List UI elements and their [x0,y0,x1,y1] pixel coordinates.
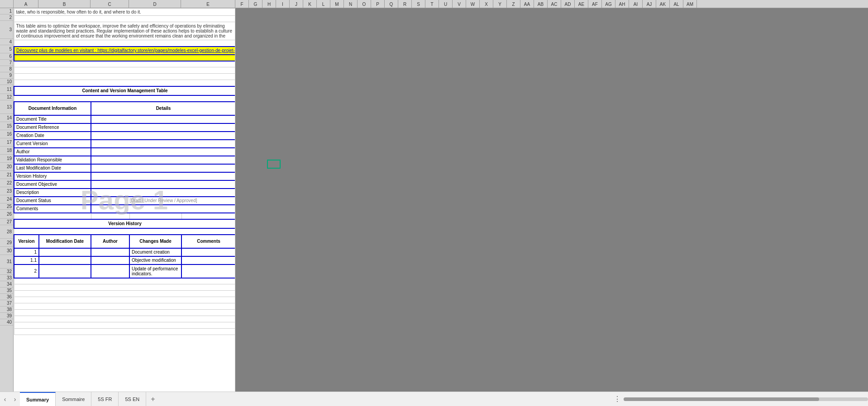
promo-link[interactable]: Découvrez plus de modèles en visitant : … [16,48,235,53]
row-num-40: 40 [0,319,13,326]
col-header-aj: AJ [643,0,656,8]
row-num-3: 3 [0,21,13,39]
row-num-8: 8 [0,66,13,72]
vt-row2-author[interactable] [91,264,129,278]
doc-row-value-10[interactable]: [Draft / Under Review / Approved] [91,197,235,205]
tab-nav-prev[interactable]: ‹ [0,394,10,404]
row-num-20: 20 [0,163,13,171]
tab-options-button[interactable]: ⋮ [611,395,624,403]
doc-row-value-5[interactable] [91,156,235,164]
content-version-title: Content and Version Management Table [14,86,235,95]
row-num-11: 11 [0,85,13,94]
row-num-10: 10 [0,79,13,85]
row-num-4: 4 [0,39,13,45]
tab-sommaire[interactable]: Sommaire [56,392,91,406]
vt-header-version: Version [14,235,39,248]
row-num-25: 25 [0,203,13,210]
tab-scrollbar[interactable] [624,396,868,402]
col-header-ai: AI [629,0,643,8]
vt-row1-author[interactable] [91,256,129,264]
vt-header-author: Author [91,235,129,248]
vt-row0-version[interactable]: 1 [14,248,39,256]
doc-info-header: Document Information [14,102,91,115]
tab-bar: ‹ › Summary Sommaire 5S FR 5S EN + ⋮ [0,392,868,406]
doc-row-value-9[interactable] [91,189,235,197]
vt-row2-version[interactable]: 2 [14,264,39,278]
row-num-19: 19 [0,155,13,163]
row-num-26: 26 [0,210,13,219]
vt-row0-author[interactable] [91,248,129,256]
row-num-17: 17 [0,138,13,146]
row-num-14: 14 [0,114,13,122]
row-num-27: 27 [0,219,13,225]
col-header-ag: AG [602,0,615,8]
doc-row-value-4[interactable] [91,148,235,156]
tab-summary[interactable]: Summary [20,392,56,406]
col-header-ah: AH [615,0,629,8]
link-row[interactable]: Découvrez plus de modèles en visitant : … [14,47,235,55]
col-header-f: F [235,0,249,8]
vt-row1-moddate[interactable] [39,256,91,264]
doc-row-value-8[interactable] [91,180,235,189]
col-header-ab: AB [534,0,548,8]
col-header-m: M [330,0,344,8]
tab-nav-next[interactable]: › [10,394,20,404]
vt-header-moddate: Modification Date [39,235,91,248]
col-header-p: P [371,0,385,8]
doc-row-value-0[interactable] [91,115,235,123]
doc-row-label-0: Document Title [14,115,91,123]
vt-row2-changes: Update of performance indicators. [129,264,181,278]
selected-cell[interactable] [267,160,281,169]
doc-row-value-7[interactable] [91,172,235,180]
doc-row-label-4: Author [14,148,91,156]
row-num-24: 24 [0,195,13,203]
row-num-18: 18 [0,146,13,155]
vt-row0-changes: Document creation [129,248,181,256]
tab-5s-en[interactable]: 5S EN [119,392,146,406]
col-header-h: H [262,0,276,8]
row-num-21: 21 [0,171,13,179]
row-num-7: 7 [0,60,13,66]
scrollbar-track[interactable] [624,397,868,401]
doc-row-value-2[interactable] [91,132,235,140]
vt-row2-moddate[interactable] [39,264,91,278]
right-panel [235,8,868,392]
col-header-a: A [14,0,38,8]
col-header-ac: AC [548,0,561,8]
scrollbar-thumb[interactable] [624,397,819,401]
tab-add-button[interactable]: + [146,392,159,406]
vt-row1-comments[interactable] [181,256,235,264]
vt-row0-comments[interactable] [181,248,235,256]
row-numbers: 1234567891011121314151617181920212223242… [0,8,14,392]
row-num-16: 16 [0,130,13,138]
row-num-6: 6 [0,53,13,60]
doc-row-label-10: Document Status [14,197,91,205]
col-header-e: E [181,0,235,8]
column-headers: ABCDEFGHIJKLMNOPQRSTUVWXYZAAABACADAEAFAG… [0,0,868,8]
col-header-q: Q [385,0,398,8]
col-header-c: C [91,0,129,8]
doc-row-label-6: Last Modification Date [14,164,91,172]
col-header-am: AM [683,0,697,8]
col-header-aa: AA [520,0,534,8]
spreadsheet-table: take, who is responsible, how often to d… [14,8,235,335]
tab-5s-fr[interactable]: 5S FR [91,392,119,406]
row-num-33: 33 [0,275,13,281]
doc-row-value-6[interactable] [91,164,235,172]
col-header-j: J [290,0,303,8]
doc-row-value-3[interactable] [91,140,235,148]
col-header-k: K [303,0,317,8]
col-header-af: AF [588,0,602,8]
left-panel: Page 1 take, who is responsible, how oft… [14,8,235,392]
row-num-23: 23 [0,187,13,195]
doc-row-value-11[interactable] [91,205,235,213]
doc-row-value-1[interactable] [91,123,235,132]
vt-row0-moddate[interactable] [39,248,91,256]
body-text: This table aims to optimize the workspac… [14,22,235,40]
vt-row1-version[interactable]: 1.1 [14,256,39,264]
row-num-37: 37 [0,300,13,307]
vt-row2-comments[interactable] [181,264,235,278]
col-header-ae: AE [575,0,588,8]
col-header-n: N [344,0,358,8]
row-num-9: 9 [0,72,13,79]
